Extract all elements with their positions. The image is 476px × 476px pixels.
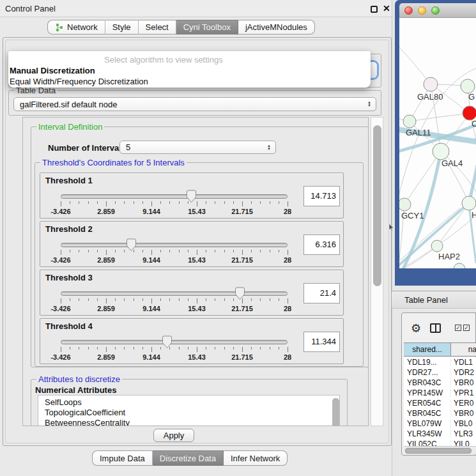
threshold-slider-thumb[interactable] [234,287,245,300]
tab-impute-data[interactable]: Impute Data [92,450,153,466]
tab-label: Cyni Toolbox [183,22,231,32]
columns-icon[interactable] [430,323,441,333]
cell-name: YBL0 [451,419,476,428]
slider-tick [215,298,215,301]
settings-scrollbar[interactable] [371,117,383,426]
float-window-icon[interactable] [371,6,378,13]
network-node-H-node[interactable] [462,196,476,210]
threshold-slider-track[interactable] [61,291,288,296]
tab-discretize-data[interactable]: Discretize Data [153,450,224,466]
slider-tick [160,201,161,204]
network-node-HAP2[interactable] [431,240,443,252]
threshold-value-field[interactable]: 21.4 [303,283,340,303]
slider-tick [215,201,215,204]
numerical-attributes-list[interactable]: SelfLoopsTopologicalCoefficientBetweenne… [38,395,340,426]
threshold-slider-track[interactable] [61,194,288,199]
attribute-list-item[interactable]: TopologicalCoefficient [38,408,339,418]
slider-tick-label: 28 [284,353,291,361]
table-panel-header: Table Panel [392,291,476,309]
network-node-red-node[interactable] [463,106,476,120]
dropdown-item-equal-width-frequency[interactable]: Equal Width/Frequency Discretization [10,77,148,86]
attribute-list-item[interactable]: SelfLoops [38,397,339,408]
attribute-list-item[interactable]: BetweennessCentrality [38,418,339,426]
table-row[interactable]: YBR043CYBR0 [404,378,476,388]
table-data-combo[interactable]: galFiltered.sif default node ▲▼ [13,97,376,111]
network-node-GAL4[interactable] [433,143,449,160]
slider-tick [124,250,125,252]
cell-name: YER0 [451,399,476,408]
table-row[interactable]: YBL079WYBL0 [404,418,476,429]
network-node-label: C [472,119,476,128]
slider-tick [206,250,206,252]
minimize-traffic-light[interactable] [418,6,426,15]
slider-tick [215,347,215,349]
threshold-slider-thumb[interactable] [162,335,173,349]
slider-tick [124,298,125,301]
gear-icon[interactable]: ⚙ [411,321,421,335]
table-row[interactable]: YER054CYER0 [404,398,476,408]
network-node-bottom-node[interactable] [454,263,465,268]
close-traffic-light[interactable] [404,6,413,15]
tab-cyni-toolbox[interactable]: Cyni Toolbox [176,20,238,35]
cell-shared-name: YIL052C [404,440,451,446]
slider-tick [288,201,288,206]
slider-tick [242,347,243,352]
tab-select[interactable]: Select [139,20,176,35]
threshold-slider-track[interactable] [61,243,288,247]
tab-infer-network[interactable]: Infer Network [224,450,288,466]
number-of-intervals-combo[interactable]: 5 ▲▼ [119,141,276,154]
table-row[interactable]: YDL19...YDL1 [404,357,476,367]
network-node-GCY1[interactable] [399,198,411,211]
slider-tick [151,347,152,352]
table-hscrollbar[interactable] [404,446,476,454]
cell-name: YDR2 [451,368,476,377]
slider-tick [270,201,270,204]
network-window-titlebar[interactable] [399,3,476,18]
close-icon[interactable]: ✕ [383,3,390,13]
network-view[interactable]: GAL80GCGAL11GAL4GCY1HHAP2 [399,18,476,268]
column-header-shared[interactable]: shared... [404,343,451,356]
cell-shared-name: YDL19... [404,358,451,367]
table-row[interactable]: YDR27...YDR2 [404,367,476,378]
table-row[interactable]: YLR345WYLR3 [404,429,476,439]
network-node-GAL80[interactable] [424,77,438,91]
table-row[interactable]: YBR045CYBR0 [404,408,476,418]
threshold-value-field[interactable]: 11.344 [303,332,340,352]
slider-tick [79,347,79,349]
tab-network[interactable]: Network [47,20,105,35]
threshold-slider-thumb[interactable] [186,190,197,203]
tab-style[interactable]: Style [105,20,139,35]
threshold-slider-thumb[interactable] [126,238,137,252]
attributes-list-scrollbar[interactable] [332,398,339,426]
slider-tick [106,347,107,352]
slider-tick-label: 15.43 [188,208,206,215]
threshold-slider-track[interactable] [61,340,288,344]
zoom-traffic-light[interactable] [431,6,440,15]
network-node-GAL11[interactable] [403,115,416,128]
slider-tick-label: 2.859 [97,256,115,264]
slider-tick [197,250,197,255]
column-header-name[interactable]: na [451,343,476,356]
slider-tick [224,298,225,301]
slider-tick [106,201,107,206]
threshold-value-field[interactable]: 14.713 [303,186,340,206]
network-edge[interactable] [399,43,431,84]
threshold-value-field[interactable]: 6.316 [303,234,340,255]
network-node-top-right[interactable] [461,79,475,93]
slider-tick [115,347,116,349]
checkbox-icon[interactable]: ✓ [455,325,461,331]
slider-tick [124,347,125,349]
checkbox-icon[interactable]: ✓ [463,325,470,331]
apply-button[interactable]: Apply [153,429,194,442]
table-hscrollbar-thumb[interactable] [405,448,472,454]
slider-tick [260,201,261,204]
network-edge[interactable] [437,203,469,246]
slider-tick [233,347,234,349]
settings-scrollbar-thumb[interactable] [373,125,381,286]
dropdown-item-manual-discretization[interactable]: Manual Discretization [10,66,95,75]
network-edge[interactable] [410,114,470,121]
table-row[interactable]: YPR145WYPR1 [404,388,476,398]
slider-tick [70,250,70,252]
tab-jactivemnodules[interactable]: jActiveMNodules [238,20,315,35]
table-row[interactable]: YIL052CYIL0 [404,439,476,446]
